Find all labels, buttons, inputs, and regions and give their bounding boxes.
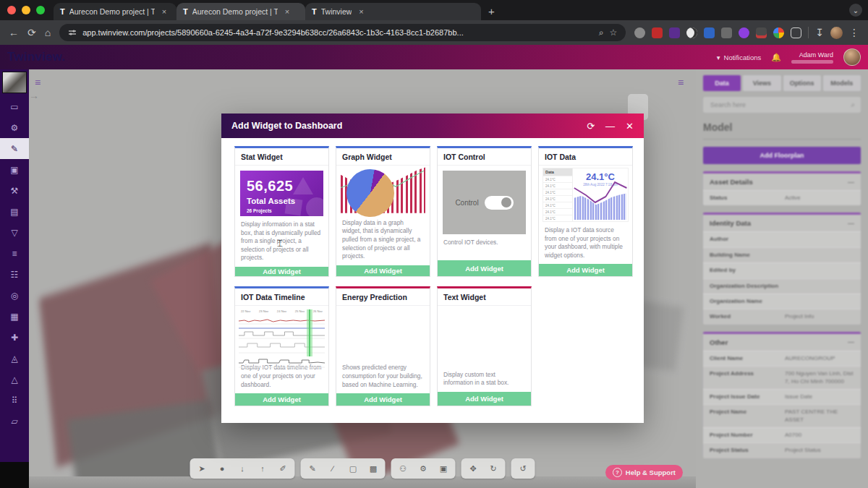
app-header: Twinview. ▾ Notifications 🔔 Adam Ward	[0, 45, 868, 69]
sidebar-tool-icon[interactable]: ◎	[0, 285, 29, 306]
list-row: 24.1°C	[543, 189, 572, 195]
widget-title: IOT Data	[539, 148, 632, 166]
twinview-logo[interactable]: Twinview.	[7, 50, 65, 64]
sidebar-tool-icon[interactable]: ✚	[0, 327, 29, 348]
sidebar-tool-icon[interactable]: ▤	[0, 201, 29, 222]
sidebar-tool-icon[interactable]: △	[0, 369, 29, 390]
widget-title: IOT Control	[438, 148, 531, 166]
browser-tab[interactable]: T Aurecon Demo project | Twin... ×	[54, 3, 176, 20]
close-icon[interactable]: ✕	[626, 121, 634, 131]
control-preview: Control	[443, 171, 526, 234]
sidebar-tool-icon[interactable]: ▣	[0, 159, 29, 180]
zoom-search-icon[interactable]: ⌕	[599, 27, 604, 38]
user-avatar[interactable]	[843, 48, 861, 66]
close-window-button[interactable]	[7, 6, 16, 14]
new-tab-button[interactable]: +	[488, 5, 495, 17]
list-row: 24.1°C	[543, 182, 572, 189]
tab-search-chevron-icon[interactable]: ⌄	[849, 4, 862, 17]
menu-kebab-icon[interactable]: ⋮	[849, 27, 859, 38]
date-label: 24 Nov	[277, 309, 286, 313]
sidebar-tool-icon[interactable]: ✎	[0, 138, 29, 159]
model-thumbnail[interactable]	[2, 72, 27, 93]
trend-line	[573, 171, 628, 221]
downloads-icon[interactable]: ↧	[815, 27, 824, 38]
control-label: Control	[455, 199, 478, 207]
extensions-puzzle-icon[interactable]	[791, 27, 801, 38]
screen: T Aurecon Demo project | Twin... × T Aur…	[0, 0, 868, 488]
widget-card-graph: Graph Widget Display data in a graph wid…	[336, 146, 430, 277]
list-row: 24.1°C	[543, 195, 572, 202]
sidebar-tool-icon[interactable]: ▽	[0, 222, 29, 243]
notifications-link[interactable]: ▾ Notifications	[717, 53, 762, 61]
sidebar-tool-icon[interactable]: ▱	[0, 411, 29, 432]
browser-profile-avatar[interactable]	[830, 27, 843, 39]
add-widget-button[interactable]: Add Widget	[336, 393, 430, 406]
browser-tab[interactable]: T Twinview ×	[305, 3, 481, 20]
widget-description: Display a IOT data source from one of yo…	[539, 222, 632, 264]
widget-card-stat: Stat Widget 56,625 Total Assets 26 Proje…	[234, 146, 329, 277]
widget-card-iot-data: IOT Data Data 24.1°C24.1°C24.1°C24.1°C24…	[538, 146, 633, 277]
widget-title: Energy Prediction	[336, 288, 430, 306]
graph-preview	[341, 168, 425, 215]
minimize-window-button[interactable]	[22, 6, 30, 14]
header-right: ▾ Notifications 🔔 Adam Ward	[717, 48, 861, 66]
tab-close-icon[interactable]: ×	[162, 7, 166, 16]
list-row: 24.1°C	[543, 208, 572, 215]
back-icon[interactable]: ←	[9, 27, 19, 38]
sidebar-tool-icon[interactable]: ☷	[0, 264, 29, 285]
add-widget-modal: Add Widget to Dashboard ⟳ — ✕ Stat Widge…	[221, 114, 644, 423]
widget-card-iot-timeline: IOT Data Timeline 22 Nov23 Nov24 Nov25 N…	[234, 286, 329, 406]
extension-icon[interactable]	[773, 27, 784, 38]
tab-close-icon[interactable]: ×	[285, 7, 289, 16]
site-settings-icon[interactable]	[68, 28, 77, 37]
extension-icon[interactable]	[704, 27, 715, 38]
list-row: 24.1°C	[543, 176, 572, 182]
extension-icon[interactable]	[669, 27, 680, 38]
extension-icon[interactable]	[634, 27, 645, 38]
add-widget-button[interactable]: Add Widget	[438, 260, 531, 276]
tab-close-icon[interactable]: ×	[359, 7, 363, 16]
home-icon[interactable]: ⌂	[45, 27, 51, 38]
bell-icon[interactable]: 🔔	[771, 53, 781, 62]
twinview-favicon: T	[312, 7, 317, 16]
browser-tab[interactable]: T Aurecon Demo project | Twin... ×	[176, 3, 305, 20]
extension-icon[interactable]	[686, 27, 697, 38]
add-widget-button[interactable]: Add Widget	[336, 265, 430, 276]
refresh-icon[interactable]: ⟳	[587, 121, 595, 131]
sidebar-tool-icon[interactable]: ⚒	[0, 180, 29, 201]
add-widget-button[interactable]: Add Widget	[235, 267, 328, 276]
reload-icon[interactable]: ⟳	[27, 27, 36, 38]
sidebar-tool-icon[interactable]: ◬	[0, 348, 29, 369]
modal-header[interactable]: Add Widget to Dashboard ⟳ — ✕	[221, 114, 644, 138]
notifications-label: Notifications	[724, 53, 762, 61]
window-controls	[0, 0, 54, 20]
twinview-favicon: T	[60, 7, 65, 16]
add-widget-button[interactable]: Add Widget	[438, 392, 531, 406]
zoom-window-button[interactable]	[36, 6, 45, 14]
address-bar[interactable]: app.twinview.com/projects/5890660a-6245-…	[59, 24, 626, 41]
widget-card-iot-control: IOT Control Control Control IOT devices.…	[437, 146, 532, 277]
sidebar-tool-icon[interactable]: ⠿	[0, 390, 29, 411]
tab-title: Aurecon Demo project | Twin...	[69, 7, 155, 16]
date-label: 25 Nov	[295, 309, 305, 313]
bookmark-star-icon[interactable]: ☆	[610, 27, 618, 38]
add-widget-button[interactable]: Add Widget	[539, 264, 632, 276]
modal-title: Add Widget to Dashboard	[231, 121, 342, 131]
list-row: 24.1°C	[543, 202, 572, 208]
minimize-icon[interactable]: —	[605, 121, 615, 131]
extension-icon[interactable]	[756, 27, 767, 38]
extension-icon[interactable]	[721, 27, 732, 38]
sidebar-tool-icon[interactable]: ⚙	[0, 117, 29, 138]
timeline-cursor[interactable]	[307, 309, 312, 356]
toggle-switch[interactable]	[485, 196, 514, 210]
empty-preview	[442, 308, 527, 367]
user-menu[interactable]: Adam Ward	[791, 51, 833, 64]
sidebar-tool-icon[interactable]: ▦	[0, 306, 29, 327]
stat-preview: 56,625 Total Assets 26 Projects	[240, 171, 323, 216]
extension-icon[interactable]	[739, 27, 749, 38]
sidebar-tool-icon[interactable]: ≡	[0, 243, 29, 264]
sidebar-tool-icon[interactable]: ▭	[0, 96, 29, 117]
add-widget-button[interactable]: Add Widget	[235, 393, 328, 406]
extension-icon[interactable]	[652, 27, 663, 38]
square-shape	[285, 198, 303, 216]
